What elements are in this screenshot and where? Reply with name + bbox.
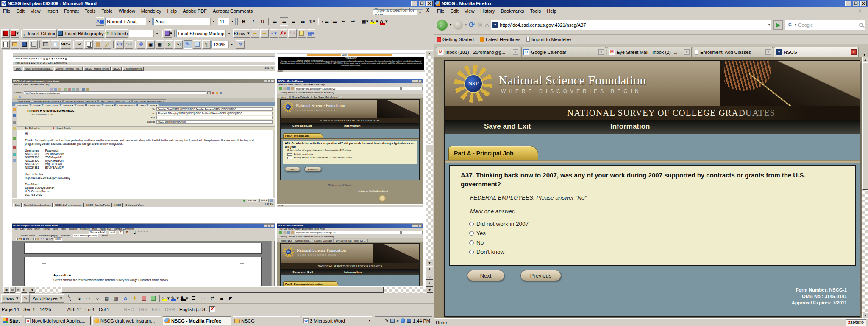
- url-dropdown-icon[interactable]: ▾: [768, 23, 770, 27]
- firefox-vertical-scrollbar[interactable]: ▲ ▼: [862, 57, 868, 318]
- to-field[interactable]: Jennifer Chee/SRD/HQ/BOC@BOC Jennifer Ro…: [156, 107, 273, 111]
- task-button-lotus[interactable]: NSCG draft web instrum...: [92, 316, 161, 325]
- permission-icon[interactable]: [29, 40, 38, 49]
- task-button-novell[interactable]: N Novell-delivered Applica...: [24, 316, 91, 325]
- radio-icon[interactable]: [469, 222, 474, 226]
- close-button[interactable]: X: [426, 1, 433, 6]
- word-title-bar[interactable]: W NCSG test plan 082409 - Microsoft Word…: [0, 0, 434, 7]
- normal-view-icon[interactable]: ☰: [3, 287, 9, 293]
- print-preview-icon[interactable]: [51, 40, 59, 49]
- radio-icon[interactable]: [469, 250, 474, 254]
- next-button[interactable]: Next: [467, 270, 504, 281]
- scroll-right-icon[interactable]: ▶: [427, 287, 433, 293]
- paste-icon[interactable]: [94, 40, 102, 49]
- scroll-thumb[interactable]: [426, 144, 433, 152]
- justify-button[interactable]: ☷: [298, 17, 307, 26]
- reload-icon[interactable]: ⟳: [469, 20, 475, 29]
- minimize-button[interactable]: _: [411, 1, 417, 6]
- bookmark-getting-started[interactable]: Getting Started: [437, 37, 474, 42]
- spelling-icon[interactable]: ABC✓: [60, 40, 71, 49]
- refresh-button[interactable]: ⟳ Refresh: [105, 29, 128, 38]
- menu-item[interactable]: Edit: [448, 8, 462, 14]
- browse-prev-icon[interactable]: ↟: [426, 266, 433, 273]
- menu-item[interactable]: Tools: [82, 8, 99, 14]
- bold-button[interactable]: B: [239, 17, 248, 26]
- search-magnifier-icon[interactable]: [859, 23, 863, 27]
- word-vertical-scrollbar[interactable]: ▲ ▼ ↟ ○ ↡: [426, 50, 433, 287]
- tab-close-icon[interactable]: x: [851, 49, 857, 55]
- menu-close-icon[interactable]: X: [426, 8, 429, 13]
- tab-list-dropdown-icon[interactable]: ▾: [863, 50, 866, 57]
- menu-item[interactable]: File: [0, 8, 14, 14]
- menu-item[interactable]: Window: [116, 8, 138, 14]
- format-painter-icon[interactable]: 🖌︎: [103, 40, 111, 49]
- increase-indent-button[interactable]: ⇥: [348, 17, 357, 26]
- drawing-icon[interactable]: ✎: [184, 40, 192, 49]
- font-color-icon[interactable]: A▾: [180, 294, 189, 303]
- reject-all-icon[interactable]: ✗▾: [279, 29, 287, 38]
- bcc-field[interactable]: [156, 116, 273, 119]
- tab-close-icon[interactable]: x: [684, 49, 690, 55]
- messenger-tray-icon[interactable]: [401, 318, 405, 323]
- task-button-word-group[interactable]: W 3 Microsoft Word ▾: [302, 316, 372, 325]
- show-menu-button[interactable]: Show ▾: [233, 29, 250, 38]
- align-right-button[interactable]: ☰: [289, 17, 298, 26]
- font-size-combo[interactable]: 11▾: [218, 18, 236, 25]
- menu-item[interactable]: Help: [164, 8, 180, 14]
- go-icon[interactable]: ▸: [207, 91, 211, 94]
- zoom-combo[interactable]: 120%▾: [211, 41, 235, 48]
- radio-option-row[interactable]: Yes: [469, 228, 681, 238]
- text-box-icon[interactable]: ▤: [103, 294, 111, 303]
- menu-item[interactable]: View: [28, 8, 44, 14]
- restore-button[interactable]: ❐: [853, 1, 859, 6]
- start-button[interactable]: Start: [1, 316, 22, 325]
- arrow-style-icon[interactable]: ⇄: [208, 294, 217, 303]
- copy-icon[interactable]: [84, 40, 93, 49]
- stop-icon[interactable]: ⊗: [477, 21, 482, 29]
- menu-item[interactable]: History: [477, 8, 498, 14]
- font-color-button[interactable]: A▾: [379, 17, 388, 26]
- styles-icon[interactable]: A▤: [96, 17, 104, 26]
- radio-option-row[interactable]: Did not work in 2007: [469, 219, 681, 228]
- shadow-style-icon[interactable]: ■: [217, 294, 226, 303]
- dash-style-icon[interactable]: ⋯: [199, 294, 207, 303]
- scroll-up-icon[interactable]: ▲: [862, 57, 868, 62]
- accept-change-icon[interactable]: ➥: [251, 29, 259, 38]
- reviewing-pane-icon[interactable]: ▤▾: [307, 29, 315, 38]
- wordart-icon[interactable]: A: [121, 294, 130, 303]
- mini-input-2[interactable]: [287, 157, 292, 159]
- citation-style-combo[interactable]: ▾: [129, 30, 160, 37]
- line-color-icon[interactable]: ✎▾: [171, 294, 179, 303]
- tab-enrollment[interactable]: Enrollment: Add Classesx: [693, 47, 773, 57]
- mini-search-field[interactable]: [401, 87, 423, 90]
- line-spacing-button[interactable]: ⇅▾: [308, 17, 316, 26]
- tab-nscg[interactable]: ✦NSCGx: [774, 47, 859, 57]
- mini-url-field[interactable]: http://idc4.ssd.census.gov:4321/nscg/E39: [295, 231, 401, 234]
- pdf-icon[interactable]: [1, 29, 10, 38]
- tab-calendar[interactable]: 31Google Calendarx: [521, 47, 606, 57]
- close-button[interactable]: X: [860, 1, 867, 6]
- columns-icon[interactable]: ⎗: [174, 40, 183, 49]
- cut-icon[interactable]: ✂: [75, 40, 83, 49]
- task-button-firefox[interactable]: NSCG - Mozilla Firefox: [163, 316, 231, 325]
- notes-mail-body[interactable]: Hi,Thanks for meeting with Judi and me y…: [17, 130, 273, 198]
- menu-item[interactable]: Tools: [527, 8, 544, 14]
- tab-close-icon[interactable]: x: [513, 49, 518, 55]
- web-layout-icon[interactable]: ▥: [9, 287, 15, 293]
- word-horizontal-scrollbar[interactable]: ☰ ▥ ▤ ☷ ◀ ▶: [0, 287, 434, 293]
- address-input[interactable]: http://www.dc-napcs.org/snippics.php: [24, 91, 206, 94]
- pen-tray-icon[interactable]: ✎: [385, 318, 389, 323]
- url-text[interactable]: http://idc4.ssd.census.gov:4321/nscg/A37: [500, 22, 767, 28]
- forward-dropdown-icon[interactable]: ▾: [465, 23, 467, 27]
- select-objects-icon[interactable]: ↖: [21, 294, 30, 303]
- menu-item[interactable]: Acrobat Comments: [210, 8, 256, 14]
- word-document-area[interactable]: Draw ▾ AutoShapes ▾ \ □ ○ ▤ ▥ ◆ ◆ A ≡ ≣ …: [3, 50, 426, 287]
- forward-icon[interactable]: →: [453, 20, 463, 30]
- network-tray-icon[interactable]: [407, 319, 411, 323]
- search-box[interactable]: G ▾ Google: [785, 20, 865, 30]
- nav-information[interactable]: Information: [610, 122, 650, 131]
- oval-icon[interactable]: ○: [93, 294, 102, 303]
- bullets-button[interactable]: ⁝☰: [330, 17, 338, 26]
- redo-icon[interactable]: ↷▾: [125, 40, 133, 49]
- fill-color-icon[interactable]: 💧︎▾: [161, 294, 170, 303]
